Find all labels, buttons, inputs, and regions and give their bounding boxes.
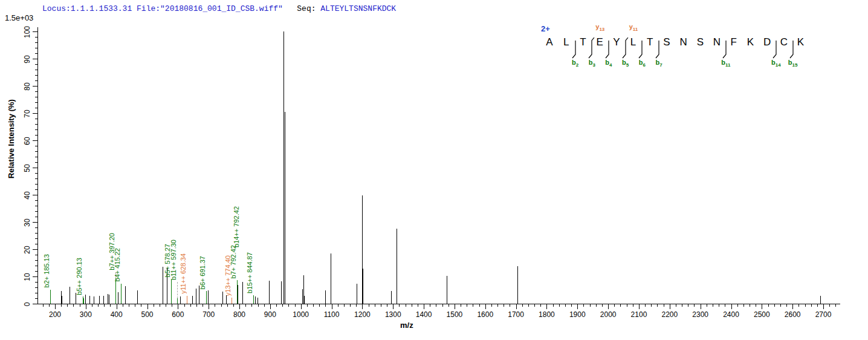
y-tick [35, 287, 37, 288]
b-ion-peak [50, 290, 51, 304]
locus-file-label: Locus:1.1.1.1533.31 File:"20180816_001_I… [42, 4, 283, 13]
x-tick [221, 304, 222, 307]
y-tick [33, 222, 37, 223]
y-tick [33, 195, 37, 195]
x-tick [811, 304, 812, 307]
x-tick [350, 304, 351, 307]
x-tick [98, 304, 99, 307]
x-tick-label: 2600 [785, 310, 801, 319]
x-tick [756, 304, 756, 307]
x-tick-label: 2500 [754, 310, 770, 319]
y-tick [35, 42, 37, 43]
x-tick-label: 400 [111, 310, 123, 319]
x-tick [713, 304, 713, 307]
y-tick [35, 271, 37, 272]
x-tick-label: 1600 [477, 310, 493, 319]
x-tick-label: 2200 [661, 310, 678, 319]
x-tick [571, 304, 572, 307]
x-tick [473, 304, 473, 307]
peak [238, 285, 238, 304]
y-tick [35, 75, 37, 76]
x-tick [823, 304, 824, 309]
residue-5-Y: Y [613, 36, 620, 48]
y-tick [35, 108, 37, 108]
x-tick [80, 304, 80, 307]
residue-14-D: D [763, 36, 771, 48]
peak-label: b5++ 290.13 [76, 258, 83, 295]
residue-4-E: E [596, 36, 603, 48]
x-tick [676, 304, 676, 307]
x-tick [743, 304, 744, 307]
label-leader-line [177, 282, 178, 298]
b4-ion-label: b4 [605, 59, 612, 68]
residue-11-N: N [713, 36, 721, 48]
x-tick [430, 304, 430, 307]
y-tick-label: 80 [23, 82, 31, 90]
y-tick [33, 276, 37, 277]
y-tick [35, 70, 37, 70]
b-ion-peak [206, 291, 207, 304]
x-tick [154, 304, 154, 307]
y-tick [35, 238, 37, 239]
x-tick [485, 304, 486, 309]
y-tick [35, 97, 37, 97]
y-tick [35, 129, 37, 130]
x-tick [633, 304, 633, 307]
x-tick [737, 304, 738, 307]
cleavage-mark-b3 [587, 38, 597, 59]
peak [103, 296, 104, 304]
y-ion-peak [232, 298, 232, 304]
residue-16-K: K [797, 36, 804, 48]
cleavage-mark-b7 [654, 38, 664, 59]
cleavage-mark-b15 [788, 38, 798, 59]
x-tick-label: 1900 [569, 310, 586, 319]
y-tick [35, 91, 37, 92]
y-tick [35, 146, 37, 146]
x-tick [160, 304, 160, 307]
y-tick [35, 206, 37, 206]
peak [357, 284, 357, 304]
y-tick [35, 189, 37, 190]
x-tick [645, 304, 646, 307]
peak [269, 281, 270, 304]
residue-10-S: S [697, 36, 704, 48]
x-tick-label: 1700 [508, 310, 524, 319]
x-tick [141, 304, 141, 307]
residue-13-K: K [747, 36, 754, 48]
x-tick [104, 304, 105, 307]
x-tick [792, 304, 793, 309]
y-tick-label: 100 [23, 26, 31, 38]
x-tick [553, 304, 554, 307]
x-tick [461, 304, 461, 307]
x-tick [276, 304, 277, 307]
x-tick [245, 304, 246, 307]
x-tick [620, 304, 621, 307]
residue-1-A: A [546, 36, 552, 48]
peak [285, 112, 285, 304]
x-tick-label: 1000 [293, 310, 309, 319]
peak [125, 286, 126, 304]
y-tick [33, 59, 37, 59]
peak-label: b6+ 691.37 [199, 256, 206, 289]
x-tick [627, 304, 627, 307]
x-tick [117, 304, 117, 309]
x-tick [731, 304, 732, 309]
y-tick [35, 173, 37, 174]
peak [242, 282, 243, 304]
x-tick [497, 304, 498, 307]
peak [109, 295, 109, 304]
x-tick [651, 304, 652, 307]
x-tick [657, 304, 658, 307]
x-tick [694, 304, 695, 307]
x-tick-label: 500 [141, 310, 153, 319]
y-axis-title: Relative Intensity (%) [7, 91, 16, 188]
header-spacer [283, 4, 297, 13]
x-tick [590, 304, 591, 307]
y-tick [35, 119, 37, 119]
peak [118, 292, 118, 304]
x-tick [528, 304, 529, 307]
y-tick [35, 135, 37, 136]
peak [255, 296, 256, 304]
peak [94, 296, 94, 304]
peak [70, 287, 70, 304]
